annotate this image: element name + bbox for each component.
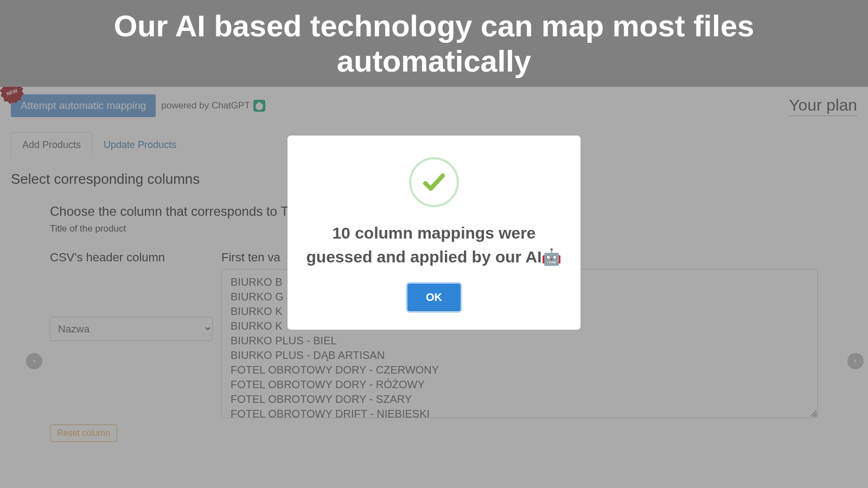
success-modal: 10 column mappings were guessed and appl… <box>288 136 580 330</box>
modal-message: 10 column mappings were guessed and appl… <box>304 221 564 268</box>
success-check-icon <box>409 157 459 207</box>
modal-ok-button[interactable]: OK <box>407 284 461 311</box>
hero-headline: Our AI based technology can map most fil… <box>22 8 846 79</box>
hero-banner: Our AI based technology can map most fil… <box>0 0 868 87</box>
